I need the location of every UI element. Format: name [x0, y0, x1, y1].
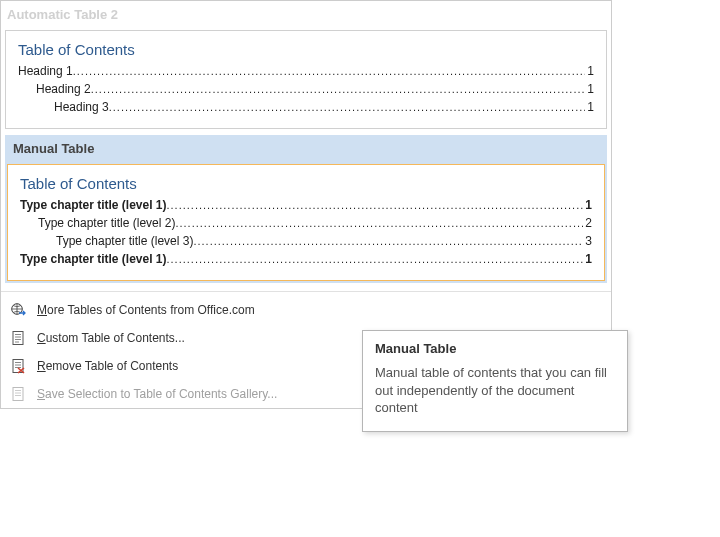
toc-label: Heading 1: [18, 64, 73, 78]
toc-heading: Table of Contents: [18, 41, 594, 58]
toc-page-number: 1: [585, 64, 594, 78]
toc-page-number: 1: [585, 82, 594, 96]
toc-line: Heading 1 1: [18, 64, 594, 78]
tooltip-title: Manual Table: [375, 341, 615, 356]
gallery-item-automatic-table-2[interactable]: Automatic Table 2 Table of Contents Head…: [5, 5, 607, 129]
tooltip: Manual Table Manual table of contents th…: [362, 330, 628, 432]
toc-leader: [73, 65, 586, 77]
toc-label: Heading 3: [54, 100, 109, 114]
document-icon: [9, 329, 27, 347]
toc-page-number: 1: [583, 198, 592, 212]
toc-line: Type chapter title (level 3) 3: [20, 234, 592, 248]
toc-leader: [167, 199, 584, 211]
globe-icon: [9, 301, 27, 319]
toc-page-number: 2: [583, 216, 592, 230]
toc-leader: [175, 217, 583, 229]
gallery-item-preview: Table of Contents Type chapter title (le…: [7, 164, 605, 281]
toc-line: Type chapter title (level 1) 1: [20, 252, 592, 266]
menu-more-from-office[interactable]: More Tables of Contents from Office.com: [1, 296, 611, 324]
gallery-item-title: Manual Table: [7, 137, 605, 164]
gallery-item-manual-table[interactable]: Manual Table Table of Contents Type chap…: [5, 135, 607, 283]
toc-page-number: 1: [585, 100, 594, 114]
tooltip-description: Manual table of contents that you can fi…: [375, 364, 615, 417]
toc-leader: [109, 101, 586, 113]
toc-label: Type chapter title (level 1): [20, 198, 167, 212]
toc-heading: Table of Contents: [20, 175, 592, 192]
gallery-item-title: Automatic Table 2: [5, 5, 607, 30]
toc-label: Heading 2: [36, 82, 91, 96]
toc-line: Type chapter title (level 2) 2: [20, 216, 592, 230]
menu-label: More Tables of Contents from Office.com: [37, 303, 255, 317]
toc-leader: [91, 83, 586, 95]
document-save-icon: [9, 385, 27, 403]
toc-leader: [167, 253, 584, 265]
menu-label: Custom Table of Contents...: [37, 331, 185, 345]
toc-line: Heading 3 1: [18, 100, 594, 114]
svg-rect-1: [13, 332, 23, 345]
toc-page-number: 3: [583, 234, 592, 248]
toc-gallery: Automatic Table 2 Table of Contents Head…: [1, 1, 611, 287]
svg-rect-10: [13, 388, 23, 401]
menu-label: Save Selection to Table of Contents Gall…: [37, 387, 277, 401]
toc-page-number: 1: [583, 252, 592, 266]
document-remove-icon: [9, 357, 27, 375]
toc-line: Heading 2 1: [18, 82, 594, 96]
toc-label: Type chapter title (level 3): [56, 234, 193, 248]
gallery-item-preview: Table of Contents Heading 1 1 Heading 2 …: [5, 30, 607, 129]
menu-label: Remove Table of Contents: [37, 359, 178, 373]
toc-line: Type chapter title (level 1) 1: [20, 198, 592, 212]
toc-label: Type chapter title (level 1): [20, 252, 167, 266]
menu-separator: [1, 291, 611, 292]
toc-label: Type chapter title (level 2): [38, 216, 175, 230]
toc-leader: [193, 235, 583, 247]
